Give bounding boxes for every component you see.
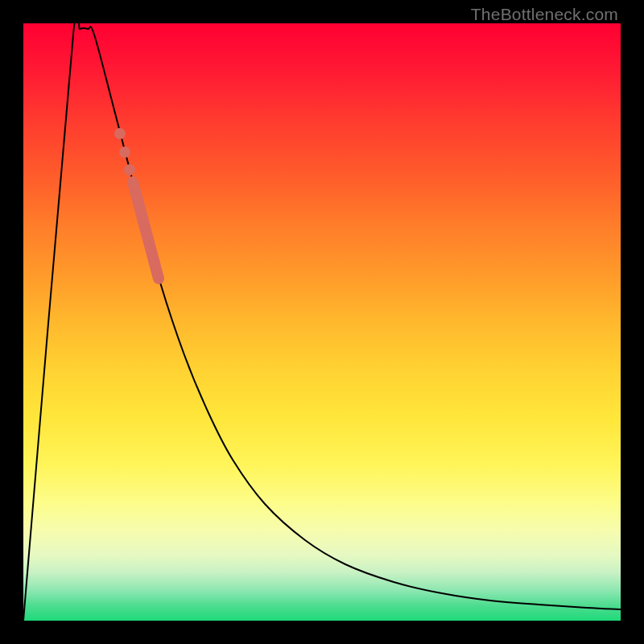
highlight-group	[114, 128, 159, 279]
curve-group	[23, 23, 621, 621]
chart-frame: TheBottleneck.com	[0, 0, 644, 644]
bottleneck-curve	[23, 23, 621, 621]
highlight-dot	[119, 147, 130, 158]
plot-area	[23, 23, 621, 621]
chart-svg	[23, 23, 621, 621]
watermark-text: TheBottleneck.com	[471, 5, 618, 24]
highlight-dot	[124, 164, 135, 175]
highlight-segment	[133, 182, 159, 279]
highlight-dot	[114, 128, 126, 139]
